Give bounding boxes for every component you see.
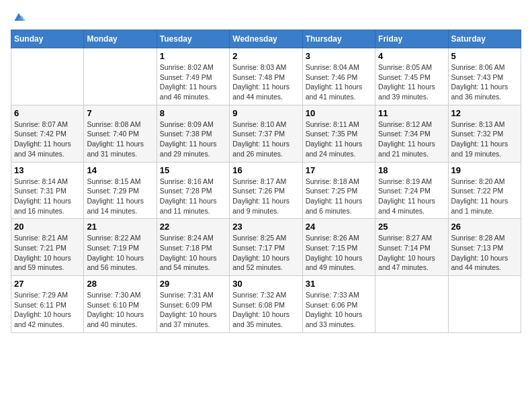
weekday-header: Thursday: [302, 30, 375, 48]
day-number: 20: [14, 222, 81, 232]
weekday-header: Wednesday: [230, 30, 302, 48]
day-number: 2: [232, 51, 299, 61]
day-info: Sunrise: 7:29 AM Sunset: 6:11 PM Dayligh…: [14, 290, 81, 330]
day-info: Sunrise: 8:09 AM Sunset: 7:38 PM Dayligh…: [160, 120, 226, 159]
day-number: 29: [160, 279, 226, 289]
calendar-cell: 1Sunrise: 8:02 AM Sunset: 7:49 PM Daylig…: [157, 48, 229, 105]
day-number: 1: [160, 51, 226, 61]
day-info: Sunrise: 8:16 AM Sunset: 7:28 PM Dayligh…: [160, 177, 226, 216]
day-info: Sunrise: 8:14 AM Sunset: 7:31 PM Dayligh…: [14, 177, 81, 216]
day-info: Sunrise: 8:24 AM Sunset: 7:18 PM Dayligh…: [160, 233, 226, 273]
day-info: Sunrise: 8:11 AM Sunset: 7:35 PM Dayligh…: [306, 120, 372, 159]
day-info: Sunrise: 7:32 AM Sunset: 6:08 PM Dayligh…: [232, 290, 299, 330]
day-number: 24: [306, 222, 372, 232]
day-info: Sunrise: 8:08 AM Sunset: 7:40 PM Dayligh…: [87, 120, 153, 159]
calendar-cell: [11, 48, 84, 105]
weekday-header: Monday: [84, 30, 157, 48]
day-info: Sunrise: 8:04 AM Sunset: 7:46 PM Dayligh…: [306, 62, 372, 102]
day-info: Sunrise: 8:28 AM Sunset: 7:13 PM Dayligh…: [451, 233, 518, 273]
day-info: Sunrise: 8:17 AM Sunset: 7:26 PM Dayligh…: [232, 177, 299, 216]
calendar-cell: 31Sunrise: 7:33 AM Sunset: 6:06 PM Dayli…: [302, 276, 375, 333]
calendar-cell: 5Sunrise: 8:06 AM Sunset: 7:43 PM Daylig…: [448, 48, 521, 105]
weekday-header: Tuesday: [157, 30, 229, 48]
day-number: 9: [232, 108, 299, 118]
day-number: 19: [451, 165, 518, 175]
weekday-header: Sunday: [11, 30, 84, 48]
calendar-cell: 9Sunrise: 8:10 AM Sunset: 7:37 PM Daylig…: [230, 105, 302, 162]
day-info: Sunrise: 8:15 AM Sunset: 7:29 PM Dayligh…: [87, 177, 153, 216]
day-info: Sunrise: 8:26 AM Sunset: 7:15 PM Dayligh…: [306, 233, 372, 273]
day-info: Sunrise: 7:30 AM Sunset: 6:10 PM Dayligh…: [87, 290, 153, 330]
day-number: 28: [87, 279, 153, 289]
day-number: 3: [306, 51, 372, 61]
day-number: 18: [378, 165, 445, 175]
calendar-cell: 10Sunrise: 8:11 AM Sunset: 7:35 PM Dayli…: [302, 105, 375, 162]
calendar-cell: 4Sunrise: 8:05 AM Sunset: 7:45 PM Daylig…: [375, 48, 448, 105]
day-number: 7: [87, 108, 153, 118]
day-info: Sunrise: 8:19 AM Sunset: 7:24 PM Dayligh…: [378, 177, 445, 216]
day-number: 17: [306, 165, 372, 175]
day-number: 13: [14, 165, 81, 175]
calendar-cell: [375, 276, 448, 333]
day-info: Sunrise: 8:27 AM Sunset: 7:14 PM Dayligh…: [378, 233, 445, 273]
calendar-cell: 26Sunrise: 8:28 AM Sunset: 7:13 PM Dayli…: [448, 219, 521, 276]
calendar-cell: 27Sunrise: 7:29 AM Sunset: 6:11 PM Dayli…: [11, 276, 84, 333]
logo-icon: [12, 11, 26, 24]
calendar-cell: 18Sunrise: 8:19 AM Sunset: 7:24 PM Dayli…: [375, 162, 448, 219]
day-number: 26: [451, 222, 518, 232]
calendar-week-row: 27Sunrise: 7:29 AM Sunset: 6:11 PM Dayli…: [11, 276, 521, 333]
day-info: Sunrise: 8:10 AM Sunset: 7:37 PM Dayligh…: [232, 120, 299, 159]
day-info: Sunrise: 8:07 AM Sunset: 7:42 PM Dayligh…: [14, 120, 81, 159]
calendar-cell: 15Sunrise: 8:16 AM Sunset: 7:28 PM Dayli…: [157, 162, 229, 219]
calendar-cell: 19Sunrise: 8:20 AM Sunset: 7:22 PM Dayli…: [448, 162, 521, 219]
calendar-cell: 13Sunrise: 8:14 AM Sunset: 7:31 PM Dayli…: [11, 162, 84, 219]
calendar-cell: 21Sunrise: 8:22 AM Sunset: 7:19 PM Dayli…: [84, 219, 157, 276]
day-number: 4: [378, 51, 445, 61]
day-number: 22: [160, 222, 226, 232]
calendar-cell: 2Sunrise: 8:03 AM Sunset: 7:48 PM Daylig…: [230, 48, 302, 105]
calendar-header: SundayMondayTuesdayWednesdayThursdayFrid…: [11, 30, 521, 48]
day-number: 14: [87, 165, 153, 175]
calendar-cell: 12Sunrise: 8:13 AM Sunset: 7:32 PM Dayli…: [448, 105, 521, 162]
day-info: Sunrise: 7:33 AM Sunset: 6:06 PM Dayligh…: [306, 290, 372, 330]
calendar-cell: 6Sunrise: 8:07 AM Sunset: 7:42 PM Daylig…: [11, 105, 84, 162]
day-number: 8: [160, 108, 226, 118]
day-info: Sunrise: 8:20 AM Sunset: 7:22 PM Dayligh…: [451, 177, 518, 216]
day-info: Sunrise: 8:25 AM Sunset: 7:17 PM Dayligh…: [232, 233, 299, 273]
day-info: Sunrise: 8:02 AM Sunset: 7:49 PM Dayligh…: [160, 62, 226, 102]
calendar-cell: 29Sunrise: 7:31 AM Sunset: 6:09 PM Dayli…: [157, 276, 229, 333]
day-info: Sunrise: 8:06 AM Sunset: 7:43 PM Dayligh…: [451, 62, 518, 102]
page-header: [11, 11, 521, 24]
weekday-header: Saturday: [448, 30, 521, 48]
day-info: Sunrise: 7:31 AM Sunset: 6:09 PM Dayligh…: [160, 290, 226, 330]
day-info: Sunrise: 8:18 AM Sunset: 7:25 PM Dayligh…: [306, 177, 372, 216]
calendar-cell: 14Sunrise: 8:15 AM Sunset: 7:29 PM Dayli…: [84, 162, 157, 219]
calendar-week-row: 13Sunrise: 8:14 AM Sunset: 7:31 PM Dayli…: [11, 162, 521, 219]
calendar-cell: 11Sunrise: 8:12 AM Sunset: 7:34 PM Dayli…: [375, 105, 448, 162]
logo: [11, 11, 26, 24]
day-number: 27: [14, 279, 81, 289]
day-number: 21: [87, 222, 153, 232]
calendar-table: SundayMondayTuesdayWednesdayThursdayFrid…: [11, 30, 521, 333]
day-info: Sunrise: 8:12 AM Sunset: 7:34 PM Dayligh…: [378, 120, 445, 159]
calendar-body: 1Sunrise: 8:02 AM Sunset: 7:49 PM Daylig…: [11, 48, 521, 333]
day-info: Sunrise: 8:13 AM Sunset: 7:32 PM Dayligh…: [451, 120, 518, 159]
calendar-cell: 20Sunrise: 8:21 AM Sunset: 7:21 PM Dayli…: [11, 219, 84, 276]
calendar-cell: [448, 276, 521, 333]
day-number: 10: [306, 108, 372, 118]
day-number: 5: [451, 51, 518, 61]
calendar-cell: 17Sunrise: 8:18 AM Sunset: 7:25 PM Dayli…: [302, 162, 375, 219]
day-number: 16: [232, 165, 299, 175]
calendar-week-row: 20Sunrise: 8:21 AM Sunset: 7:21 PM Dayli…: [11, 219, 521, 276]
day-info: Sunrise: 8:21 AM Sunset: 7:21 PM Dayligh…: [14, 233, 81, 273]
calendar-cell: 16Sunrise: 8:17 AM Sunset: 7:26 PM Dayli…: [230, 162, 302, 219]
calendar-cell: 30Sunrise: 7:32 AM Sunset: 6:08 PM Dayli…: [230, 276, 302, 333]
day-number: 23: [232, 222, 299, 232]
day-number: 25: [378, 222, 445, 232]
day-number: 30: [232, 279, 299, 289]
day-number: 31: [306, 279, 372, 289]
day-info: Sunrise: 8:22 AM Sunset: 7:19 PM Dayligh…: [87, 233, 153, 273]
day-number: 11: [378, 108, 445, 118]
calendar-cell: 23Sunrise: 8:25 AM Sunset: 7:17 PM Dayli…: [230, 219, 302, 276]
day-info: Sunrise: 8:05 AM Sunset: 7:45 PM Dayligh…: [378, 62, 445, 102]
